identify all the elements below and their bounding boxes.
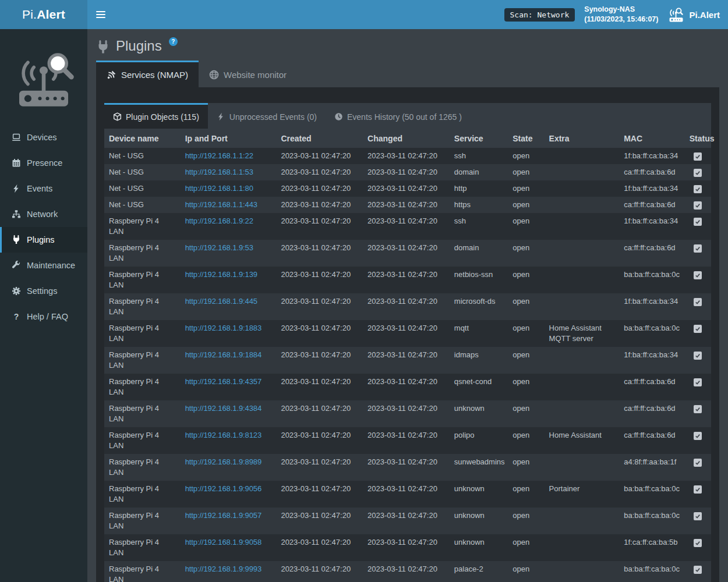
ip-port-link[interactable]: http://192.168.1.9:4384 [185, 404, 261, 413]
sidebar-item-maintenance[interactable]: Maintenance [0, 253, 87, 278]
cell-created: 2023-03-11 02:47:20 [276, 320, 363, 347]
column-header-device-name: Device name [104, 129, 181, 148]
wrench-icon [12, 261, 21, 270]
cell-mac: ca:ff:ff:ca:ba:6d [619, 374, 685, 400]
check-icon [695, 513, 701, 519]
status-checkbox[interactable] [694, 378, 702, 386]
ip-port-link[interactable]: http://192.168.1.9:1883 [185, 324, 261, 332]
status-checkbox[interactable] [694, 485, 702, 494]
ip-port-link[interactable]: http://192.168.1.9:139 [185, 270, 257, 279]
ip-port-link[interactable]: http://192.168.1.9:1884 [185, 350, 261, 359]
status-checkbox[interactable] [694, 325, 702, 333]
ip-port-link[interactable]: http://192.168.1.9:9993 [185, 565, 261, 573]
check-icon [695, 406, 701, 412]
ip-port-link[interactable]: http://192.168.1.1:443 [185, 200, 257, 209]
status-checkbox[interactable] [694, 298, 702, 306]
globe-icon [209, 70, 219, 80]
status-checkbox[interactable] [694, 218, 702, 226]
cell-extra: Home Assistant MQTT server [545, 320, 620, 347]
cell-extra [545, 561, 620, 582]
cell-mac: ba:ba:ff:ca:ba:0c [619, 320, 685, 347]
tab-services-nmap[interactable]: Services (NMAP) [96, 61, 199, 87]
column-header-service: Service [450, 129, 508, 148]
ip-port-link[interactable]: http://192.168.1.1:80 [185, 184, 253, 193]
cell-state: open [508, 400, 544, 427]
table-row: Raspberry Pi 4 LANhttp://192.168.1.9:999… [104, 561, 711, 582]
sidebar-item-plugins[interactable]: Plugins [0, 227, 87, 253]
sidebar-item-label: Settings [27, 286, 57, 296]
cell-created: 2023-03-11 02:47:20 [276, 454, 363, 481]
sidebar-item-presence[interactable]: Presence [0, 150, 87, 176]
sidebar-item-network[interactable]: Network [0, 201, 87, 227]
ip-port-link[interactable]: http://192.168.1.9:9057 [185, 511, 261, 520]
ip-port-link[interactable]: http://192.168.1.9:9058 [185, 538, 261, 546]
status-checkbox[interactable] [694, 169, 702, 177]
cell-mac: ca:ff:ff:ca:ba:6d [619, 164, 685, 180]
tab-label: Events History (50 out of 1265 ) [347, 112, 462, 122]
cell-state: open [508, 293, 544, 320]
ip-port-link[interactable]: http://192.168.1.9:22 [185, 217, 253, 225]
cell-changed: 2023-03-11 02:47:20 [363, 320, 450, 347]
sidebar-item-devices[interactable]: Devices [0, 125, 87, 150]
cell-state: open [508, 427, 544, 454]
ip-port-link[interactable]: http://192.168.1.9:8989 [185, 457, 261, 466]
status-checkbox[interactable] [694, 185, 702, 193]
tab-website-monitor[interactable]: Website monitor [199, 61, 297, 87]
subtab-events-history-50-out-of-1265[interactable]: Events History (50 out of 1265 ) [326, 103, 471, 129]
ip-port-link[interactable]: http://192.168.1.9:4357 [185, 377, 261, 386]
sidebar-item-settings[interactable]: Settings [0, 278, 87, 304]
cell-device-name: Raspberry Pi 4 LAN [104, 481, 181, 508]
sidebar-item-help-faq[interactable]: Help / FAQ [0, 304, 87, 329]
cell-state: open [508, 180, 544, 197]
status-checkbox[interactable] [694, 201, 702, 210]
cell-state: open [508, 240, 544, 267]
ip-port-link[interactable]: http://192.168.1.9:8123 [185, 431, 261, 439]
table-row: Raspberry Pi 4 LANhttp://192.168.1.9:435… [104, 374, 711, 400]
cell-status [685, 213, 711, 240]
status-checkbox[interactable] [694, 271, 702, 279]
ip-port-link[interactable]: http://192.168.1.1:53 [185, 168, 253, 176]
status-checkbox[interactable] [694, 566, 702, 574]
sidebar-item-label: Plugins [27, 235, 55, 244]
cell-device-name: Raspberry Pi 4 LAN [104, 347, 181, 374]
cell-ip-port: http://192.168.1.1:80 [181, 180, 277, 197]
sidebar-item-label: Presence [27, 158, 62, 168]
cell-status [685, 454, 711, 481]
check-icon [695, 219, 701, 225]
ip-port-link[interactable]: http://192.168.1.9:9056 [185, 484, 261, 493]
cell-changed: 2023-03-11 02:47:20 [363, 561, 450, 582]
cell-state: open [508, 164, 544, 180]
cell-mac: a4:8f:ff:aa:ba:1f [619, 454, 685, 481]
cell-status [685, 427, 711, 454]
check-icon [695, 567, 701, 573]
status-checkbox[interactable] [694, 152, 702, 161]
ip-port-link[interactable]: http://192.168.1.9:445 [185, 297, 257, 306]
subtab-plugin-objects-115[interactable]: Plugin Objects (115) [104, 103, 208, 129]
cell-ip-port: http://192.168.1.9:1884 [181, 347, 277, 374]
status-checkbox[interactable] [694, 352, 702, 360]
app-logo[interactable]: Pi.Alert [0, 0, 87, 29]
cell-created: 2023-03-11 02:47:20 [276, 427, 363, 454]
subtab-unprocessed-events-0[interactable]: Unprocessed Events (0) [208, 103, 326, 129]
cell-created: 2023-03-11 02:47:20 [276, 400, 363, 427]
table-row: Raspberry Pi 4 LANhttp://192.168.1.9:905… [104, 534, 711, 561]
ip-port-link[interactable]: http://192.168.1.9:53 [185, 243, 253, 252]
plugin-tabs: Services (NMAP)Website monitor [96, 61, 719, 87]
check-icon [695, 154, 701, 159]
status-checkbox[interactable] [694, 512, 702, 520]
status-checkbox[interactable] [694, 459, 702, 467]
help-badge[interactable]: ? [169, 37, 178, 46]
sidebar-item-events[interactable]: Events [0, 176, 87, 201]
status-checkbox[interactable] [694, 244, 702, 253]
cell-extra [545, 197, 620, 213]
status-checkbox[interactable] [694, 405, 702, 413]
question-icon [12, 312, 21, 321]
ip-port-link[interactable]: http://192.168.1.1:22 [185, 151, 253, 160]
plug-icon [96, 40, 110, 54]
status-checkbox[interactable] [694, 539, 702, 547]
navbar-brand[interactable]: Pi.Alert [667, 7, 720, 23]
status-checkbox[interactable] [694, 432, 702, 440]
cell-changed: 2023-03-11 02:47:20 [363, 164, 450, 180]
sidebar-toggle-button[interactable] [87, 0, 114, 29]
tab-label: Website monitor [224, 70, 287, 80]
